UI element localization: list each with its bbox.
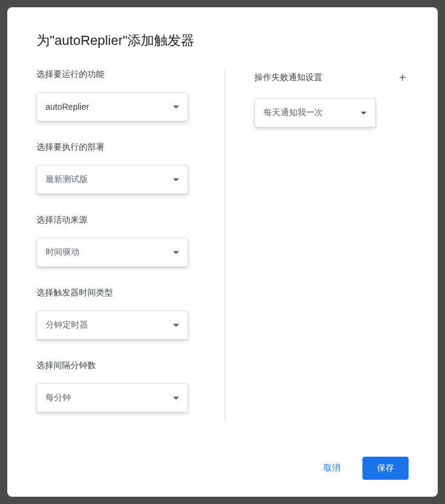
failure-notification-header: 操作失败通知设置 + xyxy=(254,69,409,86)
plus-icon[interactable]: + xyxy=(396,69,409,86)
trigger-dialog: 为"autoReplier"添加触发器 选择要运行的功能 autoReplier… xyxy=(7,7,438,497)
field-label: 选择间隔分钟数 xyxy=(36,360,225,371)
select-value: 每分钟 xyxy=(46,392,71,403)
event-source-select[interactable]: 时间驱动 xyxy=(36,238,188,267)
select-value: 时间驱动 xyxy=(46,247,80,258)
field-label: 选择要执行的部署 xyxy=(36,142,225,153)
right-column: 操作失败通知设置 + 每天通知我一次 xyxy=(225,69,409,445)
chevron-down-icon xyxy=(173,178,179,181)
trigger-type-select[interactable]: 分钟定时器 xyxy=(36,311,188,340)
deployment-select[interactable]: 最新测试版 xyxy=(36,165,188,194)
field-label: 选择触发器时间类型 xyxy=(36,287,225,298)
field-event-source: 选择活动来源 时间驱动 xyxy=(36,215,225,267)
column-divider xyxy=(225,69,225,420)
field-label: 选择活动来源 xyxy=(36,215,225,226)
field-function: 选择要运行的功能 autoReplier xyxy=(36,69,225,121)
dialog-title: 为"autoReplier"添加触发器 xyxy=(7,22,438,69)
save-button[interactable]: 保存 xyxy=(362,457,409,480)
select-value: 最新测试版 xyxy=(46,174,88,185)
select-value: 每天通知我一次 xyxy=(263,107,323,118)
function-select[interactable]: autoReplier xyxy=(36,92,188,121)
failure-notification-label: 操作失败通知设置 xyxy=(254,72,322,83)
cancel-button[interactable]: 取消 xyxy=(316,458,348,479)
select-value: autoReplier xyxy=(46,102,89,112)
select-value: 分钟定时器 xyxy=(46,320,88,331)
failure-notification-select[interactable]: 每天通知我一次 xyxy=(254,98,376,127)
chevron-down-icon xyxy=(173,397,179,400)
dialog-footer: 取消 保存 xyxy=(7,445,438,497)
field-trigger-type: 选择触发器时间类型 分钟定时器 xyxy=(36,287,225,340)
field-interval: 选择间隔分钟数 每分钟 xyxy=(36,360,225,412)
field-deployment: 选择要执行的部署 最新测试版 xyxy=(36,142,225,194)
chevron-down-icon xyxy=(361,112,367,115)
chevron-down-icon xyxy=(173,106,179,109)
left-column: 选择要运行的功能 autoReplier 选择要执行的部署 最新测试版 选择活动… xyxy=(36,69,225,445)
chevron-down-icon xyxy=(173,324,179,327)
chevron-down-icon xyxy=(173,251,179,254)
field-label: 选择要运行的功能 xyxy=(36,69,225,80)
interval-select[interactable]: 每分钟 xyxy=(36,383,188,412)
dialog-columns: 选择要运行的功能 autoReplier 选择要执行的部署 最新测试版 选择活动… xyxy=(7,69,438,445)
column-divider-wrap xyxy=(225,69,225,445)
